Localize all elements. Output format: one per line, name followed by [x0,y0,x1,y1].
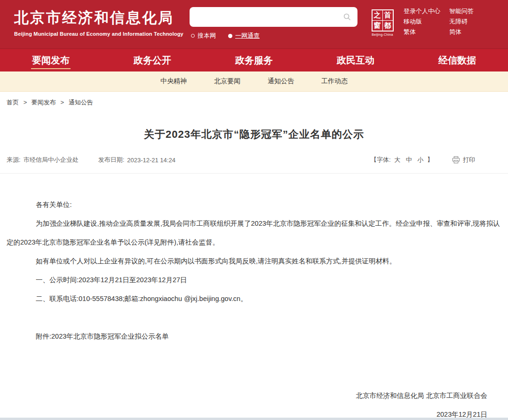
nav-item-public-interaction[interactable]: 政民互动 [305,49,406,71]
attachment-label: 附件: [36,333,51,340]
signature-block: 北京市经济和信息化局 北京市工商业联合会 2023年12月21日 [7,386,501,420]
site-header: 北京市经济和信息化局 Beijing Municipal Bureau of E… [0,0,508,48]
print-button[interactable]: 打印 [452,156,475,164]
breadcrumb-notices[interactable]: 通知公告 [69,99,93,106]
printer-icon [452,156,460,164]
search-scope-site[interactable]: 搜本网 [191,32,216,40]
subnav-item-notices[interactable]: 通知公告 [268,77,294,86]
subnav-item-central-spirit[interactable]: 中央精神 [160,77,187,86]
footer-top-strip [0,418,508,420]
site-logo[interactable]: 北京市经济和信息化局 Beijing Municipal Bureau of E… [14,8,183,37]
font-size-medium-button[interactable]: 中 [406,156,412,163]
article-meta-left: 来源: 市经信局中小企业处 发布日期: 2023-12-21 14:24 [7,156,175,164]
seal-grid: 之 首 窗 都 [372,9,394,32]
quick-link-simplified-chinese[interactable]: 简体 [449,27,474,37]
font-tool-close: 】 [427,156,433,163]
search-scope-options: 搜本网 一网通查 [191,32,260,40]
main-nav: 要闻发布 政务公开 政务服务 政民互动 经信数据 [0,48,508,71]
seal-char: 之 [373,10,382,20]
search-box [190,7,357,27]
seal-char: 首 [383,10,393,20]
paragraph-contact: 二、联系电话:010-55578438;邮箱:zhongxiaochu @jxj… [7,289,501,308]
quick-link-accessibility[interactable]: 无障碍 [449,16,474,27]
nav-item-news-release[interactable]: 要闻发布 [0,49,102,71]
quick-links-column-2: 智能问答 无障碍 简体 [449,6,474,37]
print-label: 打印 [463,156,475,164]
source-label: 来源: [7,156,21,164]
signature-issuers: 北京市经济和信息化局 北京市工商业联合会 [7,386,487,405]
nav-item-gov-disclosure[interactable]: 政务公开 [102,49,203,71]
subnav-item-beijing-news[interactable]: 北京要闻 [214,77,240,86]
paragraph-publicity-period: 一、公示时间:2023年12月21日至2023年12月27日 [7,270,501,289]
breadcrumb-home[interactable]: 首页 [7,99,19,106]
publish-date-label: 发布日期: [98,156,125,164]
source-value: 市经信局中小企业处 [24,156,79,164]
seal-char: 窗 [373,21,382,31]
sub-nav: 中央精神 北京要闻 通知公告 工作动态 [0,71,508,92]
paragraph-salutation: 各有关单位: [7,195,501,214]
quick-links-column-1: 登录个人中心 移动版 繁体 [404,6,440,37]
site-name-english: Beijing Municipal Bureau of Economy and … [14,31,183,37]
quick-link-smart-qa[interactable]: 智能问答 [449,6,474,16]
radio-selected-icon [228,34,232,38]
seal-char: 都 [383,21,393,31]
font-size-small-button[interactable]: 小 [417,156,423,163]
attachment-line: 附件:2023年北京市隐形冠军企业拟公示名单 [7,327,501,346]
article-body: 各有关单位: 为加强企业梯队建设,推动企业高质量发展,我局会同市工商联组织开展了… [0,174,508,420]
publish-date-value: 2023-12-21 14:24 [127,157,175,164]
font-tool-open: 【字体: [371,156,391,163]
radio-unselected-icon [191,34,195,38]
seal-caption: Beijing-China [370,33,395,36]
quick-link-traditional-chinese[interactable]: 繁体 [404,27,440,37]
quick-link-mobile[interactable]: 移动版 [404,16,440,27]
article-meta-right: 【字体: 大 中 小 】 打印 [371,156,475,164]
paragraph-objection: 如有单位或个人对以上企业有异议的,可在公示期内以书面形式向我局反映,请注明真实姓… [7,252,501,270]
search-scope-network-label: 一网通查 [235,32,260,40]
breadcrumb-separator: > [60,99,64,106]
nav-item-economy-data[interactable]: 经信数据 [406,49,508,71]
breadcrumb-news-release[interactable]: 要闻发布 [32,99,56,106]
search-icon[interactable] [343,13,351,23]
search-input[interactable] [196,7,337,26]
article-title: 关于2023年北京市“隐形冠军”企业名单的公示 [0,127,508,142]
quick-link-login[interactable]: 登录个人中心 [404,6,440,16]
breadcrumb: 首页 > 要闻发布 > 通知公告 [7,98,508,107]
font-size-tool: 【字体: 大 中 小 】 [371,156,433,164]
breadcrumb-separator: > [24,99,27,106]
font-size-large-button[interactable]: 大 [394,156,400,163]
nav-item-gov-services[interactable]: 政务服务 [203,49,305,71]
search-scope-site-label: 搜本网 [198,32,216,40]
article-meta-row: 来源: 市经信局中小企业处 发布日期: 2023-12-21 14:24 【字体… [7,156,501,164]
subnav-item-work-updates[interactable]: 工作动态 [321,77,348,86]
site-name: 北京市经济和信息化局 [14,8,183,28]
search-scope-network[interactable]: 一网通查 [228,32,260,40]
paragraph-intro: 为加强企业梯队建设,推动企业高质量发展,我局会同市工商联组织开展了2023年北京… [7,214,501,252]
beijing-china-seal-logo[interactable]: 之 首 窗 都 Beijing-China [370,9,395,36]
attachment-link[interactable]: 2023年北京市隐形冠军企业拟公示名单 [51,333,169,340]
